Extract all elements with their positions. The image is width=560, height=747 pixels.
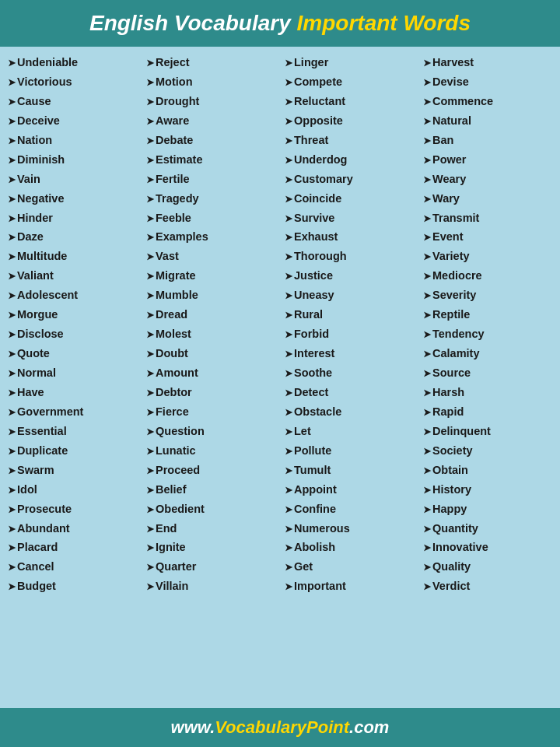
word-item: Coincide: [285, 189, 414, 209]
word-item: Weary: [423, 170, 552, 189]
word-item: Undeniable: [8, 53, 137, 72]
word-item: Verdict: [423, 577, 552, 596]
word-item: Thorough: [285, 247, 414, 266]
word-item: Idol: [8, 480, 137, 500]
word-item: Belief: [146, 480, 275, 500]
word-item: Interest: [285, 344, 414, 363]
word-item: Deceive: [8, 111, 137, 131]
word-item: Variety: [423, 247, 552, 266]
word-item: Placard: [8, 538, 137, 557]
word-item: Vain: [8, 170, 137, 189]
word-item: Valiant: [8, 266, 137, 286]
word-item: Soothe: [285, 363, 414, 383]
word-item: Migrate: [146, 266, 275, 286]
word-item: Obtain: [423, 461, 552, 480]
word-item: Feeble: [146, 209, 275, 228]
word-item: Ban: [423, 131, 552, 150]
word-item: Power: [423, 150, 552, 170]
word-item: Quality: [423, 557, 552, 577]
word-item: Wary: [423, 189, 552, 209]
word-item: Obstacle: [285, 402, 414, 422]
word-item: Normal: [8, 363, 137, 383]
word-item: Ignite: [146, 538, 275, 557]
word-item: Amount: [146, 363, 275, 383]
word-item: Natural: [423, 111, 552, 131]
page-footer: www.VocabularyPoint.com: [0, 708, 560, 747]
word-item: Fertile: [146, 170, 275, 189]
word-item: Justice: [285, 266, 414, 286]
word-item: Reluctant: [285, 92, 414, 111]
word-item: Threat: [285, 131, 414, 150]
word-item: Duplicate: [8, 441, 137, 461]
word-item: Pollute: [285, 441, 414, 461]
word-item: Society: [423, 441, 552, 461]
word-item: Victorious: [8, 72, 137, 92]
footer-plain2: .com: [349, 717, 389, 737]
word-item: Debtor: [146, 383, 275, 402]
word-item: Prosecute: [8, 500, 137, 519]
word-item: Confine: [285, 500, 414, 519]
word-item: Doubt: [146, 344, 275, 363]
word-item: Abundant: [8, 519, 137, 538]
word-item: Aware: [146, 111, 275, 131]
word-item: Calamity: [423, 344, 552, 363]
word-item: Numerous: [285, 519, 414, 538]
word-column-4: HarvestDeviseCommenceNaturalBanPowerWear…: [418, 53, 557, 702]
page-header: English Vocabulary Important Words: [0, 0, 560, 47]
word-item: Daze: [8, 227, 137, 247]
word-item: Important: [285, 577, 414, 596]
word-item: Reptile: [423, 305, 552, 324]
word-item: Negative: [8, 189, 137, 209]
word-item: Quantity: [423, 519, 552, 538]
word-item: Mumble: [146, 286, 275, 305]
word-item: Vast: [146, 247, 275, 266]
word-column-1: UndeniableVictoriousCauseDeceiveNationDi…: [3, 53, 142, 702]
word-column-3: LingerCompeteReluctantOppositeThreatUnde…: [280, 53, 418, 702]
word-item: Harvest: [423, 53, 552, 72]
word-item: Multitude: [8, 247, 137, 266]
word-item: Exhaust: [285, 227, 414, 247]
word-item: Abolish: [285, 538, 414, 557]
word-item: Lunatic: [146, 441, 275, 461]
word-item: Essential: [8, 422, 137, 441]
word-item: Quarter: [146, 557, 275, 577]
word-item: End: [146, 519, 275, 538]
word-item: Question: [146, 422, 275, 441]
word-item: Linger: [285, 53, 414, 72]
word-item: Tumult: [285, 461, 414, 480]
word-item: Happy: [423, 500, 552, 519]
word-column-2: RejectMotionDroughtAwareDebateEstimateFe…: [142, 53, 280, 702]
word-item: Compete: [285, 72, 414, 92]
word-item: Rural: [285, 305, 414, 324]
word-item: Mediocre: [423, 266, 552, 286]
word-item: Nation: [8, 131, 137, 150]
word-item: History: [423, 480, 552, 500]
word-item: Budget: [8, 577, 137, 596]
header-title-plain: English Vocabulary: [89, 11, 297, 35]
word-item: Source: [423, 363, 552, 383]
word-item: Underdog: [285, 150, 414, 170]
word-item: Devise: [423, 72, 552, 92]
word-item: Examples: [146, 227, 275, 247]
footer-text: www.VocabularyPoint.com: [171, 717, 390, 737]
word-item: Villain: [146, 577, 275, 596]
word-item: Motion: [146, 72, 275, 92]
word-item: Have: [8, 383, 137, 402]
word-item: Transmit: [423, 209, 552, 228]
word-item: Hinder: [8, 209, 137, 228]
word-item: Tragedy: [146, 189, 275, 209]
word-item: Disclose: [8, 324, 137, 344]
word-item: Harsh: [423, 383, 552, 402]
word-item: Diminish: [8, 150, 137, 170]
word-item: Swarm: [8, 461, 137, 480]
word-item: Dread: [146, 305, 275, 324]
word-item: Customary: [285, 170, 414, 189]
word-item: Government: [8, 402, 137, 422]
word-item: Debate: [146, 131, 275, 150]
word-item: Survive: [285, 209, 414, 228]
word-item: Cancel: [8, 557, 137, 577]
word-item: Severity: [423, 286, 552, 305]
word-grid: UndeniableVictoriousCauseDeceiveNationDi…: [0, 47, 560, 708]
word-item: Commence: [423, 92, 552, 111]
word-item: Appoint: [285, 480, 414, 500]
